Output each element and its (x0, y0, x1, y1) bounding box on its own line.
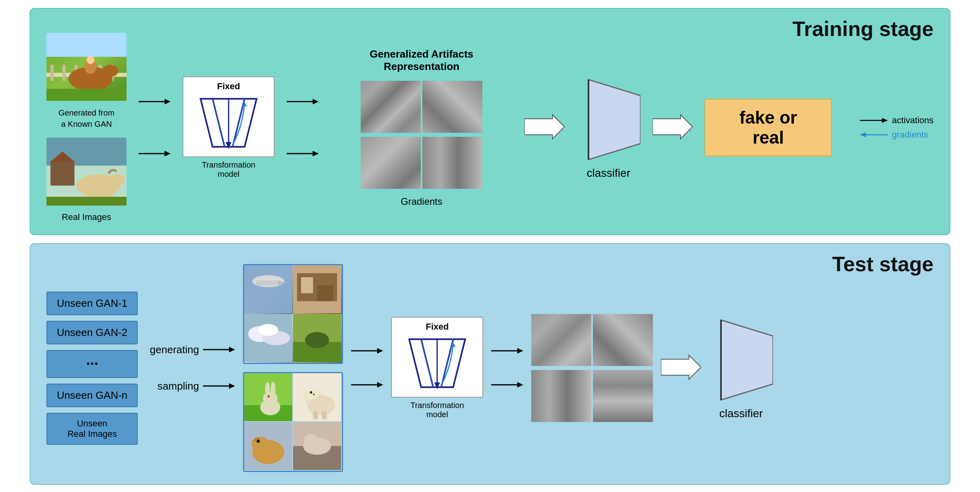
svg-marker-39 (313, 151, 319, 156)
svg-rect-59 (317, 285, 333, 301)
gradients-label: Gradients (401, 196, 442, 207)
svg-point-81 (310, 391, 312, 394)
test-gan-list: Unseen GAN-1 Unseen GAN-2 ··· Unseen GAN… (46, 292, 138, 445)
legend-activations-label: activations (892, 115, 934, 126)
training-gradient-cell-2b (422, 137, 482, 189)
arrow-transform-to-grad2 (287, 148, 319, 160)
svg-rect-1 (46, 33, 127, 57)
svg-rect-3 (50, 65, 54, 81)
svg-point-82 (313, 394, 315, 395)
test-transform-title: Fixed (396, 322, 478, 332)
training-input-arrows (139, 96, 171, 160)
svg-marker-41 (588, 80, 641, 160)
test-main-layout: Unseen GAN-1 Unseen GAN-2 ··· Unseen GAN… (46, 256, 934, 472)
svg-marker-103 (721, 320, 773, 400)
svg-point-73 (267, 395, 270, 398)
test-funnel-svg (405, 335, 469, 391)
training-main-layout: Generated froma Known GAN (46, 33, 934, 222)
test-arrow-to-transform-2 (351, 380, 383, 390)
svg-point-71 (265, 382, 270, 396)
svg-marker-40 (524, 115, 564, 139)
test-transform-box: Fixed (391, 317, 483, 398)
test-gradient-cell-2b (593, 370, 653, 422)
svg-rect-80 (322, 411, 327, 419)
test-collages-col (243, 264, 343, 472)
training-transform-arrows (287, 96, 319, 160)
svg-point-10 (102, 65, 118, 77)
svg-marker-99 (517, 348, 523, 354)
training-classifier-svg (576, 76, 641, 164)
training-gradient-pair-1 (361, 81, 482, 133)
legend-gradients-label: gradients (892, 130, 928, 140)
test-gen-samp-col: generating sampling (150, 344, 235, 392)
test-gradient-cell-1a (531, 314, 591, 366)
test-gradient-cell-2a (531, 370, 591, 422)
svg-marker-43 (653, 115, 693, 139)
test-collage-arrows (351, 346, 383, 390)
test-sampling-arrow (203, 381, 235, 391)
svg-point-90 (304, 434, 318, 446)
svg-rect-20 (50, 162, 74, 186)
svg-marker-92 (377, 348, 383, 354)
test-generating-row: generating (150, 344, 235, 356)
test-gradients-col (531, 314, 653, 422)
training-generated-image-group: Generated froma Known GAN (46, 33, 127, 130)
test-gradient-pair-1 (531, 314, 653, 366)
arrow-gen-to-transform (139, 96, 171, 108)
svg-rect-54 (256, 280, 280, 285)
test-transform-col: Fixed Transformationmodel (391, 317, 483, 419)
svg-marker-102 (661, 355, 701, 379)
training-gradient-cell-2a (361, 137, 421, 189)
training-big-arrow-2 (653, 113, 693, 142)
test-gan-item-2: Unseen GAN-2 (46, 321, 138, 344)
fake-real-box: fake or real (705, 99, 832, 156)
svg-rect-79 (313, 411, 318, 419)
arrow-transform-to-grad1 (287, 96, 319, 108)
test-classifier-col: classifier (709, 316, 773, 420)
test-classifier-svg (709, 316, 773, 404)
training-classifier-col: classifier (576, 76, 641, 180)
training-transform-box: Fixed (183, 76, 275, 157)
test-stage-title: Test stage (832, 252, 934, 276)
test-generating-arrow (203, 345, 235, 355)
svg-rect-17 (46, 89, 127, 101)
legend-gradients: gradients (860, 130, 934, 140)
svg-point-63 (258, 324, 278, 336)
test-collage-real (243, 372, 343, 472)
training-real-image (46, 138, 127, 210)
svg-rect-4 (62, 65, 66, 81)
test-gan-item-1: Unseen GAN-1 (46, 292, 138, 315)
svg-marker-47 (860, 132, 866, 137)
test-sampling-label: sampling (157, 380, 199, 392)
legend: activations gradients (860, 115, 934, 140)
test-classifier-label: classifier (719, 407, 763, 420)
training-stage-title: Training stage (792, 17, 934, 41)
training-transform-title: Fixed (187, 81, 270, 92)
test-gan-item-n: Unseen GAN-n (46, 384, 138, 407)
svg-marker-32 (165, 151, 171, 156)
svg-point-86 (257, 440, 260, 443)
gar-label: Generalized Artifacts Representation (331, 48, 512, 73)
training-panel: Training stage (30, 8, 950, 235)
test-sampling-row: sampling (157, 380, 235, 392)
svg-marker-94 (377, 382, 383, 388)
svg-marker-51 (229, 383, 235, 389)
svg-marker-49 (229, 347, 235, 352)
training-gradient-cell-1b (422, 81, 482, 133)
test-collage-generated (243, 264, 343, 364)
training-funnel-svg (197, 95, 261, 151)
svg-rect-52 (244, 265, 292, 313)
arrow-real-to-transform (139, 148, 171, 160)
legend-activations: activations (860, 115, 934, 126)
svg-point-16 (86, 56, 94, 64)
training-big-arrow (524, 113, 564, 142)
diagram-container: Training stage (30, 8, 950, 492)
test-gradient-pair-2 (531, 370, 653, 422)
svg-marker-37 (313, 99, 319, 104)
svg-point-66 (305, 332, 329, 348)
training-gradient-pair-2 (361, 137, 482, 189)
test-transform-label: Transformationmodel (410, 401, 464, 419)
test-panel: Test stage Unseen GAN-1 Unseen GAN-2 ···… (30, 243, 950, 485)
test-generating-label: generating (150, 344, 199, 356)
svg-rect-58 (301, 277, 313, 293)
